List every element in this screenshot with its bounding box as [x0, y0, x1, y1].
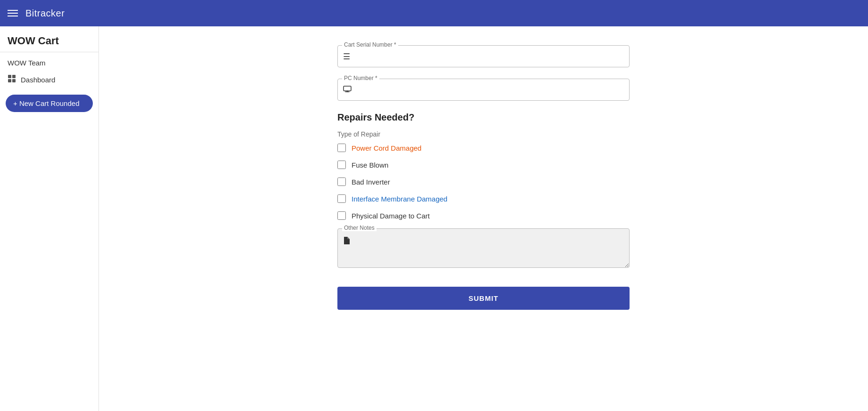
svg-rect-0 — [8, 75, 11, 78]
sidebar-item-dashboard[interactable]: Dashboard — [0, 70, 98, 90]
pc-number-field: PC Number * — [337, 79, 630, 101]
sidebar-team-label: WOW Team — [0, 52, 98, 70]
checkbox-bad-inverter-input[interactable] — [337, 177, 346, 186]
checkbox-fuse-blown-input[interactable] — [337, 161, 346, 169]
cart-serial-label: Cart Serial Number * — [342, 41, 398, 48]
checkbox-power-cord[interactable]: Power Cord Damaged — [337, 144, 630, 152]
cart-serial-input[interactable] — [337, 45, 630, 67]
checkbox-fuse-blown-label: Fuse Blown — [352, 161, 388, 169]
other-notes-input[interactable] — [337, 228, 630, 268]
checkbox-power-cord-label: Power Cord Damaged — [352, 144, 421, 152]
pc-number-input[interactable] — [337, 79, 630, 101]
repairs-heading: Repairs Needed? — [337, 112, 630, 123]
form-container: Cart Serial Number * ☰ PC Number * Repai… — [337, 45, 630, 310]
pc-number-label: PC Number * — [342, 75, 379, 81]
checkbox-bad-inverter[interactable]: Bad Inverter — [337, 177, 630, 186]
checkbox-power-cord-input[interactable] — [337, 144, 346, 152]
sidebar: WOW Cart WOW Team Dashboard + New Cart R… — [0, 26, 99, 411]
main-content: Cart Serial Number * ☰ PC Number * Repai… — [99, 26, 868, 411]
checkbox-physical-damage[interactable]: Physical Damage to Cart — [337, 211, 630, 220]
checkbox-interface-membrane-label: Interface Membrane Damaged — [352, 195, 447, 203]
dashboard-icon — [8, 74, 16, 85]
type-of-repair-label: Type of Repair — [337, 130, 630, 138]
checkbox-bad-inverter-label: Bad Inverter — [352, 178, 390, 186]
checkbox-interface-membrane-input[interactable] — [337, 194, 346, 203]
new-cart-button[interactable]: + New Cart Rounded — [6, 95, 93, 112]
checkbox-fuse-blown[interactable]: Fuse Blown — [337, 161, 630, 169]
navbar: Bitracker — [0, 0, 868, 26]
cart-serial-field: Cart Serial Number * ☰ — [337, 45, 630, 67]
checkbox-physical-damage-label: Physical Damage to Cart — [352, 212, 430, 220]
app-body: WOW Cart WOW Team Dashboard + New Cart R… — [0, 26, 868, 411]
navbar-title: Bitracker — [25, 8, 65, 19]
checkbox-interface-membrane[interactable]: Interface Membrane Damaged — [337, 194, 630, 203]
checkbox-physical-damage-input[interactable] — [337, 211, 346, 220]
svg-rect-3 — [12, 79, 16, 82]
sidebar-item-dashboard-label: Dashboard — [21, 76, 55, 84]
svg-rect-2 — [8, 79, 11, 82]
other-notes-label: Other Notes — [342, 225, 377, 231]
sidebar-app-title: WOW Cart — [0, 26, 98, 52]
svg-rect-1 — [12, 75, 16, 78]
menu-button[interactable] — [8, 10, 18, 16]
submit-button[interactable]: SUBMIT — [337, 287, 630, 310]
other-notes-field: Other Notes — [337, 228, 630, 270]
